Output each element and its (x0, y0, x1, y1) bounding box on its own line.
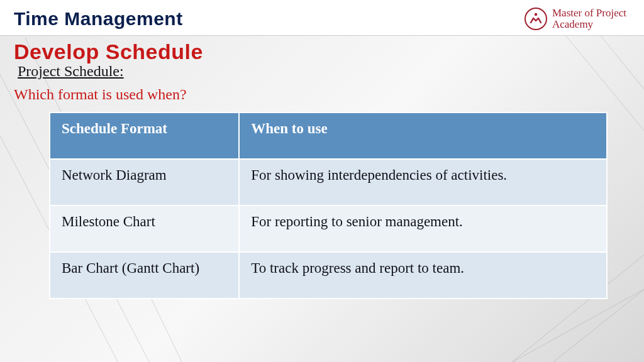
cell-use: For reporting to senior management. (239, 206, 607, 252)
cell-format: Network Diagram (50, 159, 239, 206)
table-header-row: Schedule Format When to use (50, 112, 607, 159)
brand-line2: Academy (552, 19, 626, 30)
section-title: Develop Schedule (14, 40, 630, 64)
main-content: Develop Schedule Project Schedule: Which… (0, 36, 644, 299)
brand-line1: Master of Project (552, 8, 626, 19)
svg-point-8 (535, 13, 537, 16)
cell-use: For showing interdependencies of activit… (239, 159, 607, 206)
subtitle: Project Schedule: (18, 63, 630, 80)
brand-text: Master of Project Academy (552, 8, 626, 30)
brand-icon (525, 8, 547, 30)
table-row: Bar Chart (Gantt Chart) To track progres… (50, 252, 607, 299)
header-bar: Time Management Master of Project Academ… (0, 0, 644, 36)
table-header-use: When to use (239, 112, 607, 159)
schedule-table-wrap: Schedule Format When to use Network Diag… (49, 112, 608, 299)
brand-logo: Master of Project Academy (525, 8, 626, 30)
question-text: Which format is used when? (14, 86, 630, 103)
table-row: Milestone Chart For reporting to senior … (50, 206, 607, 252)
schedule-table: Schedule Format When to use Network Diag… (49, 112, 608, 299)
cell-format: Milestone Chart (50, 206, 239, 252)
table-header-format: Schedule Format (50, 112, 239, 159)
table-row: Network Diagram For showing interdepende… (50, 159, 607, 206)
cell-use: To track progress and report to team. (239, 252, 607, 299)
cell-format: Bar Chart (Gantt Chart) (50, 252, 239, 299)
page-title: Time Management (14, 8, 183, 30)
